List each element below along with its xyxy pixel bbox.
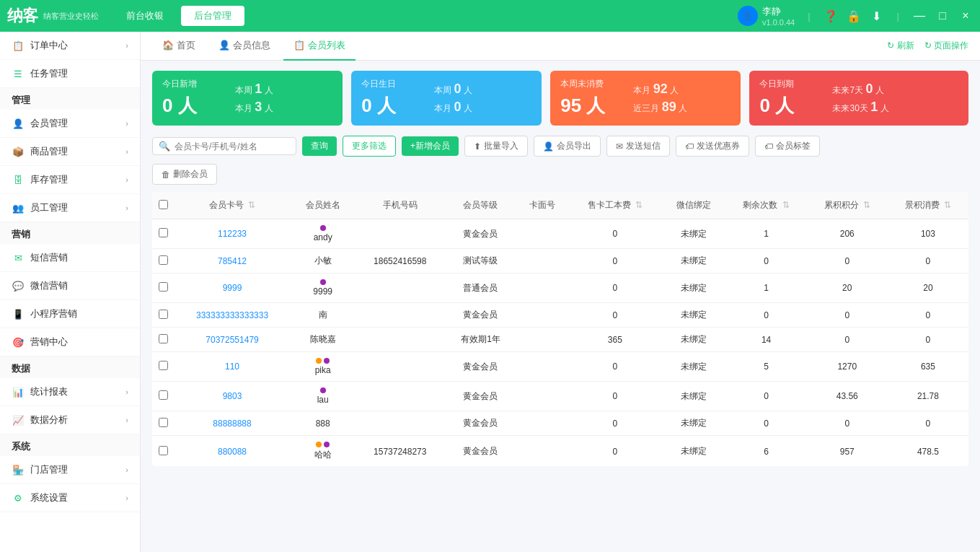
member-card-no[interactable]: 9803 <box>174 382 291 411</box>
sidebar-item-inventory[interactable]: 🗄 库存管理 › <box>0 166 140 194</box>
sort-icon[interactable]: ⇅ <box>635 200 643 210</box>
download-icon[interactable]: ⬇ <box>870 9 884 23</box>
row-checkbox[interactable] <box>159 310 168 319</box>
filter-button[interactable]: 更多筛选 <box>343 136 396 157</box>
sidebar-item-analytics[interactable]: 📈 数据分析 › <box>0 406 140 434</box>
settings-icon: ⚙ <box>12 493 25 504</box>
tab-member-info[interactable]: 👤 会员信息 <box>208 32 281 61</box>
sidebar-item-label: 数据分析 <box>30 413 68 426</box>
member-points: 0 <box>807 249 888 273</box>
member-remain: 0 <box>726 382 807 411</box>
row-checkbox-cell[interactable] <box>152 352 174 382</box>
member-consume: 21.78 <box>888 382 968 411</box>
member-wechat: 未绑定 <box>661 219 725 249</box>
sidebar-item-reports[interactable]: 📊 统计报表 › <box>0 378 140 406</box>
sort-icon[interactable]: ⇅ <box>248 200 255 210</box>
member-card-no[interactable]: 333333333333333 <box>174 303 291 328</box>
member-wechat: 未绑定 <box>661 411 725 436</box>
row-checkbox[interactable] <box>159 361 168 370</box>
row-checkbox-cell[interactable] <box>152 382 174 411</box>
orders-icon: 📋 <box>12 40 25 51</box>
select-all-header[interactable] <box>152 192 174 219</box>
table-scroll-area[interactable]: 会员卡号 ⇅ 会员姓名 手机号码 会员等级 卡面号 售卡工本费 ⇅ 微信绑定 剩… <box>152 192 968 466</box>
member-card-no[interactable]: 880088 <box>174 436 291 467</box>
sidebar-item-marketing-center[interactable]: 🎯 营销中心 <box>0 328 140 356</box>
member-wechat: 未绑定 <box>661 273 725 303</box>
help-icon[interactable]: ❓ <box>824 9 838 23</box>
sort-icon[interactable]: ⇅ <box>863 200 870 210</box>
sidebar-item-label: 统计报表 <box>30 385 68 398</box>
add-member-button[interactable]: +新增会员 <box>402 136 459 156</box>
row-checkbox-cell[interactable] <box>152 273 174 303</box>
member-card-no[interactable]: 9999 <box>174 273 291 303</box>
tab-home[interactable]: 🏠 首页 <box>152 32 206 61</box>
row-checkbox-cell[interactable] <box>152 219 174 249</box>
row-checkbox-cell[interactable] <box>152 411 174 436</box>
sms-button[interactable]: ✉ 发送短信 <box>606 136 670 157</box>
sidebar-item-store[interactable]: 🏪 门店管理 › <box>0 456 140 484</box>
row-checkbox[interactable] <box>159 446 168 455</box>
sidebar-item-sms[interactable]: ✉ 短信营销 <box>0 244 140 272</box>
member-dot <box>324 442 330 447</box>
stat-three-month: 近三月 89 人 <box>633 100 691 115</box>
sort-icon[interactable]: ⇅ <box>944 200 951 210</box>
export-button[interactable]: 👤 会员导出 <box>534 136 601 157</box>
close-button[interactable]: × <box>958 9 973 22</box>
row-checkbox-cell[interactable] <box>152 249 174 273</box>
search-button[interactable]: 查询 <box>302 136 337 156</box>
select-all-checkbox[interactable] <box>159 200 168 209</box>
sidebar-item-tasks[interactable]: ☰ 任务管理 <box>0 60 140 88</box>
member-phone <box>355 273 445 303</box>
member-name-cell: 哈哈 <box>291 436 355 467</box>
member-card-no[interactable]: 785412 <box>174 249 291 273</box>
row-checkbox-cell[interactable] <box>152 436 174 467</box>
sidebar-item-settings[interactable]: ⚙ 系统设置 › <box>0 484 140 512</box>
user-info: 👤 李静 v1.0.0.44 <box>738 5 795 27</box>
tab-member-list[interactable]: 📋 会员列表 <box>283 32 356 61</box>
sort-icon[interactable]: ⇅ <box>782 200 790 210</box>
stat-label: 本周未消费 <box>560 78 618 90</box>
row-checkbox[interactable] <box>159 228 168 237</box>
row-checkbox[interactable] <box>159 390 168 400</box>
member-consume: 20 <box>888 273 968 303</box>
sidebar-item-staff[interactable]: 👥 员工管理 › <box>0 194 140 222</box>
coupon-button[interactable]: 🏷 发送优惠券 <box>676 136 749 157</box>
row-checkbox-cell[interactable] <box>152 303 174 328</box>
sidebar-item-products[interactable]: 📦 商品管理 › <box>0 138 140 166</box>
nav-cashier-button[interactable]: 前台收银 <box>113 6 177 26</box>
member-card-face <box>516 436 569 467</box>
delete-member-button[interactable]: 🗑 删除会员 <box>152 164 217 185</box>
app-slogan: 纳客营业史轻松 <box>43 11 99 22</box>
member-card-no[interactable]: 70372551479 <box>174 328 291 352</box>
member-dot <box>316 358 322 364</box>
row-checkbox-cell[interactable] <box>152 328 174 352</box>
chevron-right-icon: › <box>125 147 128 156</box>
lock-icon[interactable]: 🔒 <box>847 9 861 23</box>
search-box[interactable]: 🔍 <box>152 137 296 155</box>
sidebar-item-members[interactable]: 👤 会员管理 › <box>0 110 140 138</box>
sms-icon: ✉ <box>12 253 25 263</box>
member-card-no[interactable]: 112233 <box>174 219 291 249</box>
sidebar-item-wechat-marketing[interactable]: 💬 微信营销 <box>0 272 140 300</box>
sidebar-item-miniapp[interactable]: 📱 小程序营销 <box>0 300 140 328</box>
row-checkbox[interactable] <box>159 334 168 343</box>
nav-admin-button[interactable]: 后台管理 <box>181 6 244 26</box>
import-button[interactable]: ⬆ 批量导入 <box>464 136 528 157</box>
chevron-right-icon: › <box>125 203 128 212</box>
stat-right: 未来7天 0 人 未来30天 1 人 <box>832 82 890 115</box>
minimize-button[interactable]: — <box>912 9 927 22</box>
search-input[interactable] <box>175 141 283 152</box>
row-checkbox[interactable] <box>159 255 168 265</box>
maximize-button[interactable]: □ <box>935 9 950 22</box>
member-card-no[interactable]: 88888888 <box>174 411 291 436</box>
member-card-no[interactable]: 110 <box>174 352 291 382</box>
tag-button[interactable]: 🏷 会员标签 <box>755 136 820 157</box>
sidebar-item-orders[interactable]: 📋 订单中心 › <box>0 32 140 60</box>
refresh-button[interactable]: ↻ 刷新 <box>887 40 914 52</box>
member-consume: 0 <box>888 411 968 436</box>
row-checkbox[interactable] <box>159 282 168 292</box>
member-table: 会员卡号 ⇅ 会员姓名 手机号码 会员等级 卡面号 售卡工本费 ⇅ 微信绑定 剩… <box>152 192 968 466</box>
row-checkbox[interactable] <box>159 418 168 427</box>
page-op-button[interactable]: ↻ 页面操作 <box>924 40 968 52</box>
member-phone <box>355 328 445 352</box>
